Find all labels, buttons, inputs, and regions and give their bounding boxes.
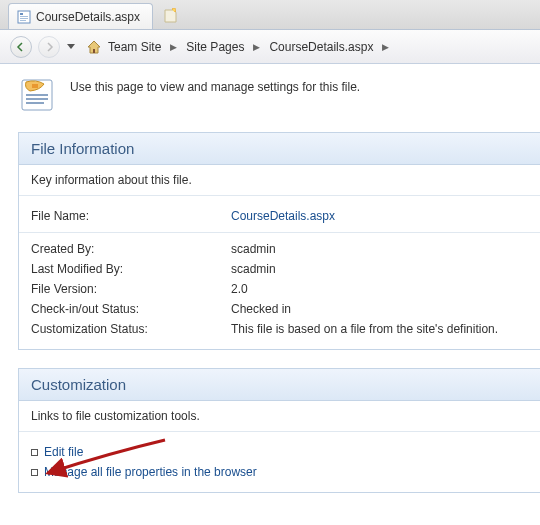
section-description: Links to file customization tools. [19,401,540,432]
info-label: File Version: [31,282,231,296]
back-button[interactable] [10,36,32,58]
divider [19,232,540,233]
file-name-link[interactable]: CourseDetails.aspx [231,209,528,223]
svg-rect-8 [26,94,48,96]
checkin-status-row: Check-in/out Status: Checked in [31,299,528,319]
nav-bar: Team Site ▶ Site Pages ▶ CourseDetails.a… [0,30,540,64]
new-tab-button[interactable] [155,5,185,29]
breadcrumb: Team Site ▶ Site Pages ▶ CourseDetails.a… [86,38,392,56]
file-name-row: File Name: CourseDetails.aspx [31,206,528,226]
breadcrumb-item[interactable]: Team Site [105,38,164,56]
info-value: Checked in [231,302,528,316]
manage-properties-link[interactable]: Manage all file properties in the browse… [31,462,528,482]
active-tab[interactable]: CourseDetails.aspx [8,3,153,29]
svg-rect-9 [26,98,48,100]
tab-bar: CourseDetails.aspx [0,0,540,30]
section-description: Key information about this file. [19,165,540,196]
info-value: scadmin [231,242,528,256]
forward-button[interactable] [38,36,60,58]
info-label: Customization Status: [31,322,231,336]
bullet-icon [31,469,38,476]
svg-rect-10 [26,102,44,104]
chevron-right-icon[interactable]: ▶ [167,42,180,52]
created-by-row: Created By: scadmin [31,239,528,259]
page-header: Use this page to view and manage setting… [18,76,540,112]
home-icon [86,39,102,55]
section-body: Edit file Manage all file properties in … [19,432,540,492]
info-label: Created By: [31,242,231,256]
svg-rect-3 [20,18,28,19]
aspx-file-icon [17,10,31,24]
svg-rect-4 [20,20,26,21]
bullet-icon [31,449,38,456]
page-content: Use this page to view and manage setting… [0,64,540,523]
page-description: Use this page to view and manage setting… [70,76,360,94]
svg-point-5 [173,9,175,11]
modified-by-row: Last Modified By: scadmin [31,259,528,279]
link-label: Manage all file properties in the browse… [44,465,257,479]
info-label: File Name: [31,209,231,223]
info-value: scadmin [231,262,528,276]
tab-title: CourseDetails.aspx [36,10,140,24]
link-label: Edit file [44,445,83,459]
info-value: 2.0 [231,282,528,296]
section-body: File Name: CourseDetails.aspx Created By… [19,196,540,349]
breadcrumb-item[interactable]: CourseDetails.aspx [266,38,376,56]
section-heading: File Information [19,133,540,165]
edit-file-link[interactable]: Edit file [31,442,528,462]
breadcrumb-item[interactable]: Site Pages [183,38,247,56]
file-information-section: File Information Key information about t… [18,132,540,350]
nav-history-dropdown[interactable] [66,36,76,58]
section-heading: Customization [19,369,540,401]
svg-rect-6 [93,49,95,53]
chevron-right-icon[interactable]: ▶ [250,42,263,52]
file-settings-icon [18,76,58,112]
info-label: Last Modified By: [31,262,231,276]
info-value: This file is based on a file from the si… [231,322,528,336]
customization-status-row: Customization Status: This file is based… [31,319,528,339]
file-version-row: File Version: 2.0 [31,279,528,299]
info-label: Check-in/out Status: [31,302,231,316]
chevron-right-icon[interactable]: ▶ [379,42,392,52]
customization-section: Customization Links to file customizatio… [18,368,540,493]
svg-rect-2 [20,16,28,17]
svg-rect-1 [20,13,23,15]
